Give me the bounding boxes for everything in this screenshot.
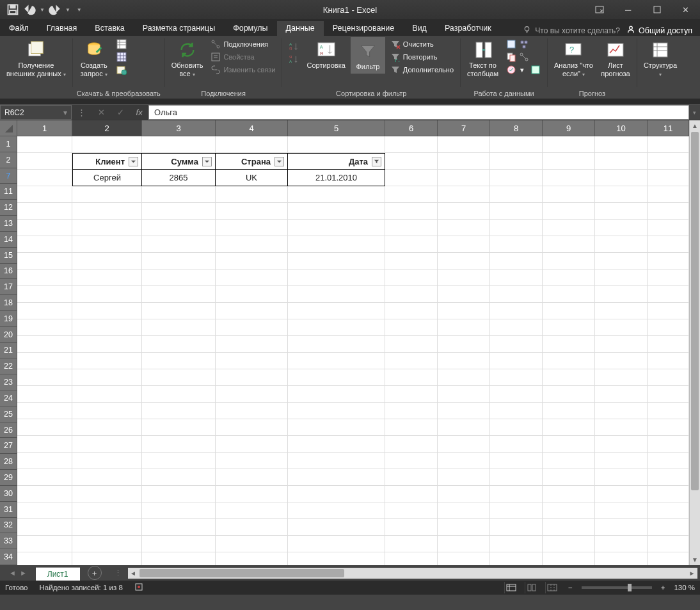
scroll-right-icon[interactable]: ►: [687, 568, 697, 579]
cell[interactable]: [17, 419, 72, 436]
undo-dropdown-icon[interactable]: ▼: [40, 7, 45, 13]
cell[interactable]: [216, 369, 288, 386]
cell[interactable]: [385, 386, 438, 403]
cell[interactable]: [595, 286, 648, 303]
cell[interactable]: [17, 220, 72, 236]
cell[interactable]: [438, 336, 490, 353]
cell[interactable]: [543, 303, 595, 319]
cell[interactable]: [595, 336, 648, 353]
cell[interactable]: [288, 286, 385, 303]
cell[interactable]: [72, 453, 142, 469]
cell[interactable]: [595, 419, 648, 436]
cell[interactable]: [438, 153, 490, 170]
cell[interactable]: [142, 353, 216, 369]
cell[interactable]: [543, 336, 595, 353]
cell[interactable]: [72, 502, 142, 519]
what-if-button[interactable]: ? Анализ "что если" ▾: [552, 37, 596, 80]
col-header-5[interactable]: 5: [288, 120, 385, 136]
cell[interactable]: [142, 436, 216, 453]
cell[interactable]: [72, 486, 142, 502]
cell[interactable]: [17, 186, 72, 203]
cell[interactable]: [438, 186, 490, 203]
cell[interactable]: [648, 236, 689, 253]
cell[interactable]: [385, 220, 438, 236]
cell[interactable]: [288, 502, 385, 519]
cell[interactable]: [595, 469, 648, 486]
cell[interactable]: [385, 353, 438, 369]
refresh-all-button[interactable]: Обновить все ▾: [169, 37, 206, 80]
cell[interactable]: [490, 453, 543, 469]
cell[interactable]: [648, 469, 689, 486]
cell[interactable]: [17, 453, 72, 469]
cell[interactable]: [595, 453, 648, 469]
cell[interactable]: [543, 536, 595, 552]
cell[interactable]: [288, 353, 385, 369]
cell[interactable]: [438, 353, 490, 369]
cell[interactable]: [142, 419, 216, 436]
cell[interactable]: [648, 403, 689, 419]
cell[interactable]: [216, 136, 288, 153]
cell[interactable]: [490, 469, 543, 486]
cell[interactable]: [288, 469, 385, 486]
cell[interactable]: [17, 236, 72, 253]
cell[interactable]: [142, 336, 216, 353]
table-header-sum[interactable]: Сумма: [142, 153, 216, 170]
cell[interactable]: [288, 486, 385, 502]
minimize-button[interactable]: ─: [614, 0, 642, 19]
cell[interactable]: [142, 319, 216, 336]
cell-sum[interactable]: 2865: [142, 170, 216, 186]
filter-dropdown-icon[interactable]: [274, 157, 284, 166]
cell-date[interactable]: 21.01.2010: [288, 170, 385, 186]
cell[interactable]: [288, 336, 385, 353]
cell[interactable]: [490, 319, 543, 336]
remove-duplicates-button[interactable]: [504, 51, 543, 63]
cell[interactable]: [216, 436, 288, 453]
data-validation-button[interactable]: ▾: [504, 64, 543, 76]
cell[interactable]: [142, 203, 216, 220]
cell[interactable]: [543, 203, 595, 220]
cell[interactable]: [17, 403, 72, 419]
cell[interactable]: [648, 519, 689, 536]
cell[interactable]: [385, 502, 438, 519]
col-header-6[interactable]: 6: [385, 120, 438, 136]
hscroll-split-icon[interactable]: ⋮: [115, 569, 122, 577]
cell[interactable]: [648, 453, 689, 469]
cell[interactable]: [648, 203, 689, 220]
cell[interactable]: [438, 519, 490, 536]
cell[interactable]: [595, 436, 648, 453]
new-sheet-button[interactable]: +: [88, 566, 102, 580]
row-header[interactable]: 11: [0, 184, 17, 200]
maximize-button[interactable]: [642, 0, 671, 19]
cell[interactable]: [648, 303, 689, 319]
cell[interactable]: [72, 253, 142, 269]
cell[interactable]: [17, 269, 72, 286]
row-header[interactable]: 15: [0, 248, 17, 264]
cell[interactable]: [543, 502, 595, 519]
get-external-data-button[interactable]: Получение внешних данных ▾: [4, 37, 68, 80]
cell[interactable]: [490, 220, 543, 236]
cell[interactable]: [490, 186, 543, 203]
cell[interactable]: [17, 303, 72, 319]
cell[interactable]: [543, 419, 595, 436]
forecast-sheet-button[interactable]: Лист прогноза: [598, 37, 633, 79]
cell[interactable]: [648, 502, 689, 519]
cell[interactable]: [595, 220, 648, 236]
macro-record-icon[interactable]: [134, 582, 143, 593]
cell[interactable]: [72, 469, 142, 486]
cell[interactable]: [490, 353, 543, 369]
sheet-next-icon[interactable]: ►: [20, 569, 27, 577]
cell[interactable]: [595, 253, 648, 269]
cell[interactable]: [17, 153, 72, 170]
col-header-8[interactable]: 8: [490, 120, 543, 136]
cell[interactable]: [438, 386, 490, 403]
cell[interactable]: [142, 253, 216, 269]
cell[interactable]: [438, 269, 490, 286]
cell[interactable]: [288, 436, 385, 453]
scroll-thumb[interactable]: [691, 132, 699, 490]
sheet-prev-icon[interactable]: ◄: [9, 569, 16, 577]
cell[interactable]: [595, 203, 648, 220]
cell[interactable]: [72, 419, 142, 436]
col-header-7[interactable]: 7: [438, 120, 490, 136]
cell[interactable]: [385, 336, 438, 353]
cell[interactable]: [543, 236, 595, 253]
